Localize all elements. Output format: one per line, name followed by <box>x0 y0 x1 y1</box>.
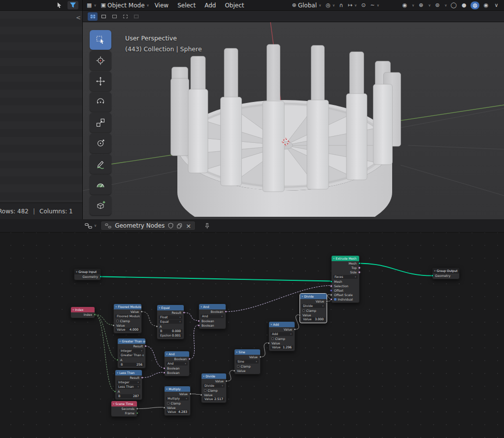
tool-cursor[interactable] <box>90 51 111 70</box>
node-equal-eq[interactable]: ∨EqualResultFloat∨Equal∨AB0.000Epsilon0.… <box>157 304 184 339</box>
socket-value[interactable] <box>140 310 143 313</box>
node-header[interactable]: ∨Divide <box>300 294 327 299</box>
node-row-clamp[interactable]: Clamp <box>202 388 226 393</box>
node-header[interactable]: ∨And <box>165 351 189 357</box>
socket-result[interactable] <box>141 376 143 379</box>
tool-transform[interactable] <box>90 134 111 153</box>
socket-boolean[interactable] <box>225 310 227 313</box>
socket-value[interactable] <box>225 380 228 382</box>
node-row-value[interactable]: Value4.000 <box>114 328 141 332</box>
node-and-am[interactable]: ∨AndBooleanAnd∨BooleanBoolean <box>164 351 190 376</box>
node-header[interactable]: ∨Sine <box>235 349 260 355</box>
checkbox[interactable] <box>167 402 169 404</box>
node-row-clamp[interactable]: Clamp <box>300 308 327 313</box>
collapse-icon[interactable]: ∨ <box>72 307 74 312</box>
collapse-icon[interactable]: ∨ <box>270 322 272 327</box>
node-row-multiply[interactable]: Multiply∨ <box>165 397 190 401</box>
collapse-icon[interactable]: ∨ <box>236 349 237 355</box>
editor-type-dropdown[interactable]: ∨ <box>85 223 97 229</box>
node-add-ad[interactable]: ∨AddValueAdd∨ClampValueValue1.296 <box>269 321 295 351</box>
menu-add[interactable]: Add <box>203 2 217 9</box>
node-row-integer[interactable]: Integer∨ <box>118 349 145 353</box>
socket-offset-scale[interactable] <box>330 293 333 296</box>
socket-value[interactable] <box>268 342 270 344</box>
node-row-value[interactable]: Value1.296 <box>269 345 295 350</box>
socket-index[interactable] <box>93 313 96 316</box>
node-header[interactable]: ∨Floored Modulo <box>114 304 141 309</box>
node-row-clamp[interactable]: Clamp <box>235 364 260 369</box>
checkbox[interactable] <box>237 365 239 368</box>
collapse-icon[interactable]: ∨ <box>115 304 117 309</box>
shading-solid-icon[interactable]: ● <box>460 1 468 9</box>
socket-value[interactable] <box>112 324 115 327</box>
collapse-icon[interactable]: ∨ <box>113 401 114 406</box>
filter-icon[interactable] <box>67 1 78 9</box>
node-row-integer[interactable]: Integer∨ <box>115 380 142 385</box>
proportional-editing-toggle[interactable]: ⊙ <box>361 2 366 8</box>
mode-dropdown[interactable]: ▣ Object Mode ∨ <box>101 2 149 9</box>
socket-result[interactable] <box>144 345 147 347</box>
unlink-icon[interactable]: × <box>186 223 191 229</box>
node-row-individual[interactable]: Individual <box>332 297 359 302</box>
collapse-icon[interactable]: ∨ <box>333 256 335 261</box>
shading-rendered-icon[interactable]: ◉ <box>482 1 490 9</box>
checkbox[interactable] <box>116 320 119 322</box>
socket-value[interactable] <box>163 406 166 409</box>
node-row-add[interactable]: Add∨ <box>269 332 295 337</box>
node-divide-dt[interactable]: ∨DivideValueDivide∨ClampValueValue3.000 <box>300 293 327 323</box>
node-row-divide[interactable]: Divide∨ <box>300 304 327 308</box>
select-mode-set[interactable] <box>88 12 98 21</box>
node-row-b[interactable]: B287 <box>115 394 142 399</box>
node-row-clamp[interactable]: Clamp <box>114 319 141 323</box>
menu-object[interactable]: Object <box>224 2 245 9</box>
node-row-divide[interactable]: Divide∨ <box>202 384 226 388</box>
node-row-equal[interactable]: Equal∨ <box>157 320 184 324</box>
pin-icon[interactable] <box>204 223 210 229</box>
socket-selection[interactable] <box>330 284 333 287</box>
socket-value[interactable] <box>259 356 262 358</box>
pivot-point-dropdown[interactable]: ◎ ∨ <box>326 2 335 8</box>
node-header[interactable]: ∨Equal <box>157 305 184 310</box>
snap-with-dropdown[interactable]: ↦ ∨ <box>348 2 357 8</box>
socket-a[interactable] <box>114 390 116 393</box>
socket-value[interactable] <box>299 314 301 316</box>
node-row-clamp[interactable]: Clamp <box>269 337 295 341</box>
fake-user-shield-icon[interactable] <box>168 223 173 229</box>
node-row-faces[interactable]: Faces∨ <box>332 275 359 279</box>
socket-boolean[interactable] <box>163 367 166 370</box>
socket-value[interactable] <box>326 300 328 303</box>
node-row-b[interactable]: B256 <box>118 363 145 367</box>
node-floored-modulo-fm[interactable]: ∨Floored ModuloValueFloored Modulo∨Clamp… <box>113 303 142 334</box>
socket-value[interactable] <box>294 328 296 331</box>
node-greater-than-or-eq-gt[interactable]: ∨Greater Than or Eq...ResultInteger∨Grea… <box>117 338 146 369</box>
node-header[interactable]: ∨Multiply <box>165 386 190 392</box>
node-header[interactable]: ∨Greater Than or Eq... <box>118 338 145 344</box>
node-and-at[interactable]: ∨AndBooleanAnd∨BooleanBoolean <box>199 303 226 329</box>
collapse-icon[interactable]: ∨ <box>201 304 202 309</box>
tool-scale[interactable] <box>90 113 111 133</box>
node-header[interactable]: ∨Group Output <box>433 268 459 273</box>
node-header[interactable]: ∨Less Than <box>115 370 142 375</box>
node-row-clamp[interactable]: Clamp <box>165 401 190 405</box>
collapse-icon[interactable]: ∨ <box>119 338 121 344</box>
region-expand-chevron[interactable]: < <box>76 15 81 21</box>
socket-mesh[interactable] <box>330 280 333 283</box>
socket-side[interactable] <box>358 270 361 273</box>
node-header[interactable]: ∨Add <box>269 322 295 327</box>
node-row-epsilon[interactable]: Epsilon0.001 <box>157 334 184 338</box>
node-header[interactable]: ∨Index <box>71 307 95 312</box>
socket-offset[interactable] <box>330 289 333 292</box>
socket-seconds[interactable] <box>136 407 138 410</box>
tool-measure[interactable] <box>90 175 111 195</box>
node-less-than-lt[interactable]: ∨Less ThanResultInteger∨Less Than∨AB287 <box>115 370 142 400</box>
socket-geometry[interactable] <box>100 275 102 278</box>
socket-mesh[interactable] <box>358 262 361 265</box>
node-header[interactable]: ∨Scene Time <box>111 401 137 406</box>
node-index-idx[interactable]: ∨IndexIndex <box>70 306 95 318</box>
collapse-icon[interactable]: ∨ <box>76 269 77 274</box>
collapse-icon[interactable]: ∨ <box>166 386 168 392</box>
socket-value[interactable] <box>233 370 235 372</box>
overlays-icon[interactable]: ⊚ <box>434 1 441 9</box>
socket-geometry[interactable] <box>431 274 434 277</box>
node-row-and[interactable]: And∨ <box>165 362 189 366</box>
